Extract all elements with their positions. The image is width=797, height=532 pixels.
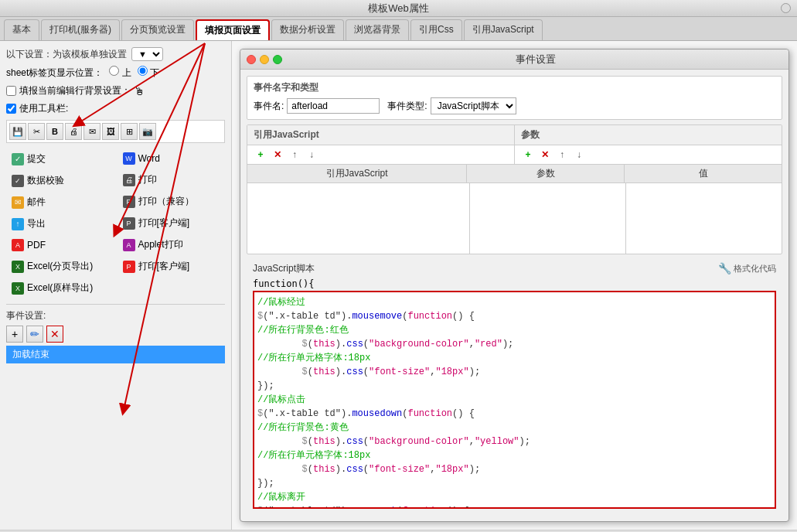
js-down-btn[interactable]: ↓	[305, 148, 318, 162]
tab-dataanalysis[interactable]: 数据分析设置	[271, 19, 344, 40]
script-section: JavaScript脚本 🔧 格式化代码 function(){ //鼠标经过 …	[247, 259, 782, 515]
pdf-label: PDF	[27, 240, 46, 251]
btn-print-compat[interactable]: P 打印（兼容）	[118, 192, 226, 211]
toolbar-icon-table[interactable]: ⊞	[121, 123, 138, 140]
left-panel: 以下设置：为该模板单独设置 ▼ sheet标签页显示位置： 上 下 填报当前编	[0, 41, 232, 530]
tab-preview[interactable]: 分页预览设置	[121, 19, 194, 40]
code-line: //所在行单元格字体:18px	[257, 448, 771, 462]
js-up-btn2[interactable]: ↑	[555, 148, 569, 162]
code-line: //所在行单元格字体:18px	[257, 351, 771, 365]
code-line: $(this).css("font-size","18px");	[257, 462, 771, 476]
tab-printer[interactable]: 打印机(服务器)	[41, 19, 120, 40]
script-label: JavaScript脚本	[253, 262, 315, 275]
main-content: 以下设置：为该模板单独设置 ▼ sheet标签页显示位置： 上 下 填报当前编	[0, 41, 797, 530]
use-toolbar-checkbox[interactable]	[6, 104, 16, 114]
traffic-red[interactable]	[247, 55, 256, 64]
js-down-btn2[interactable]: ↓	[572, 148, 586, 162]
title-bar: 模板Web属性	[0, 0, 797, 17]
tab-refcss[interactable]: 引用Css	[410, 19, 462, 40]
toolbar-icon-mail[interactable]: ✉	[83, 123, 100, 140]
btn-applet[interactable]: A Applet打印	[118, 235, 226, 254]
event-name-label: 事件名:	[254, 100, 284, 113]
code-line: //所在行背景色:黄色	[257, 421, 771, 435]
js-col2: 参数	[515, 125, 782, 145]
event-delete-btn[interactable]: ✕	[46, 326, 63, 343]
js-th-param: 参数	[467, 165, 625, 182]
code-line: //鼠标离开	[257, 490, 771, 504]
radio-down[interactable]	[138, 66, 148, 76]
format-icon: 🔧	[718, 262, 731, 275]
right-panel: 事件设置 事件名字和类型 事件名: 事件类型:	[232, 41, 797, 530]
print-client-label: 打印[客户端]	[138, 217, 190, 230]
js-table-body	[247, 183, 782, 254]
js-toolbar: + ✕ ↑ ↓ + ✕ ↑ ↓	[247, 145, 782, 165]
action-buttons: ✓ 提交 ✓ 数据校验 ✉ 邮件 ↑ 导出	[6, 149, 225, 298]
validate-icon: ✓	[12, 175, 24, 187]
tab-refjs[interactable]: 引用JavaScript	[464, 19, 543, 40]
toolbar-icon-img[interactable]: 🖼	[102, 123, 119, 140]
toolbar-icon-save[interactable]: 💾	[9, 123, 26, 140]
toolbar-icon-img2[interactable]: 📷	[139, 123, 156, 140]
template-dropdown[interactable]: ▼	[131, 47, 163, 61]
js-table-col1	[247, 183, 470, 254]
js-add-btn[interactable]: +	[254, 148, 267, 162]
event-type-field: 事件类型: JavaScript脚本	[387, 97, 516, 114]
code-line: $(this).css("background-color","yellow")…	[257, 435, 771, 448]
print-compat-icon: P	[123, 196, 135, 208]
js-delete-btn2[interactable]: ✕	[538, 148, 552, 162]
radio-up[interactable]	[109, 66, 119, 76]
fill-bg-icon: 🖱	[134, 85, 145, 97]
event-add-btn[interactable]: +	[6, 326, 23, 343]
code-line: $(".x-table td").mouseout(function() {	[257, 504, 771, 509]
close-btn[interactable]	[781, 3, 791, 13]
btn-word[interactable]: W Word	[118, 149, 226, 168]
tab-basic[interactable]: 基本	[4, 19, 39, 40]
event-type-label: 事件类型:	[387, 100, 427, 113]
traffic-yellow[interactable]	[260, 55, 269, 64]
event-dialog: 事件设置 事件名字和类型 事件名: 事件类型:	[240, 49, 789, 522]
dialog-title-bar: 事件设置	[240, 49, 788, 70]
traffic-lights	[247, 55, 282, 64]
btn-submit[interactable]: ✓ 提交	[6, 149, 114, 169]
btn-export[interactable]: ↑ 导出	[6, 214, 114, 234]
excel-page-icon: X	[12, 261, 24, 273]
submit-label: 提交	[27, 152, 46, 165]
btn-print-client2[interactable]: P 打印[客户端]	[118, 257, 226, 276]
toolbar-icon-print[interactable]: 🖨	[65, 123, 82, 140]
code-area[interactable]: //鼠标经过 $(".x-table td").mousemove(functi…	[253, 291, 776, 509]
toolbar-icon-cut[interactable]: ✂	[28, 123, 45, 140]
btn-mail[interactable]: ✉ 邮件	[6, 193, 114, 212]
btn-print-client[interactable]: P 打印[客户端]	[118, 213, 226, 233]
event-edit-btn[interactable]: ✏	[26, 326, 43, 343]
event-name-row: 事件名: 事件类型: JavaScript脚本	[254, 97, 775, 114]
btn-excel-orig[interactable]: X Excel(原样导出)	[6, 278, 114, 298]
js-toolbar-right: + ✕ ↑ ↓	[515, 145, 782, 164]
use-toolbar-label: 使用工具栏:	[19, 102, 68, 115]
excel-page-label: Excel(分页导出)	[27, 260, 93, 273]
event-name-section: 事件名字和类型 事件名: 事件类型: JavaScript脚本	[247, 76, 782, 120]
format-code-btn[interactable]: 🔧 格式化代码	[718, 262, 776, 275]
btn-pdf[interactable]: A PDF	[6, 236, 114, 254]
event-list-item[interactable]: 加载结束	[6, 346, 225, 363]
toolbar-icon-bold[interactable]: B	[46, 123, 63, 140]
event-type-select[interactable]: JavaScript脚本	[431, 97, 516, 114]
btn-validate[interactable]: ✓ 数据校验	[6, 171, 114, 190]
excel-orig-icon: X	[12, 282, 24, 295]
traffic-green[interactable]	[273, 55, 282, 64]
event-name-input[interactable]	[287, 98, 380, 114]
js-delete-btn[interactable]: ✕	[271, 148, 284, 162]
fill-bg-checkbox[interactable]	[6, 86, 16, 96]
fill-bg-row: 填报当前编辑行背景设置： 🖱	[6, 84, 225, 97]
excel-orig-label: Excel(原样导出)	[27, 281, 93, 295]
tab-fillpage[interactable]: 填报页面设置	[196, 19, 270, 40]
btn-excel-page[interactable]: X Excel(分页导出)	[6, 257, 114, 276]
window-title: 模板Web属性	[368, 2, 429, 15]
js-add-btn2[interactable]: +	[521, 148, 535, 162]
btn-print[interactable]: 🖨 打印	[118, 170, 226, 189]
tab-browserbg[interactable]: 浏览器背景	[346, 19, 409, 40]
code-line: $(this).css("background-color","red");	[257, 337, 771, 351]
code-line: $(".x-table td").mousedown(function() {	[257, 407, 771, 421]
js-up-btn[interactable]: ↑	[288, 148, 301, 162]
section-event-name-title: 事件名字和类型	[254, 81, 775, 94]
sheet-label: sheet标签页显示位置：	[6, 66, 103, 80]
